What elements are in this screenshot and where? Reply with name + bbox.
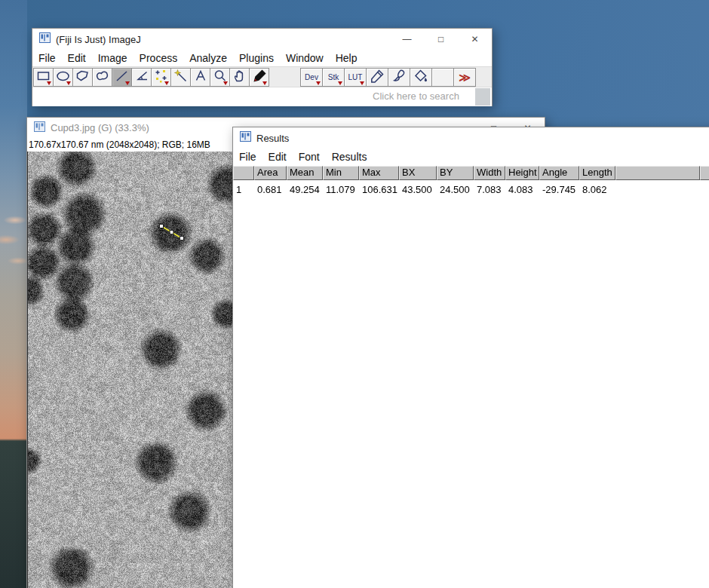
point-tool-button[interactable] [151, 68, 171, 87]
desktop-wallpaper-strip [0, 0, 27, 588]
column-header-bx: BX [399, 166, 437, 180]
lut-tool-icon: LUT [348, 73, 363, 81]
line-tool-button[interactable] [112, 68, 132, 87]
close-button[interactable]: ✕ [458, 29, 492, 50]
wand-tool-icon [173, 68, 189, 87]
dropdown-arrow-icon [66, 81, 71, 85]
pencil-tool-icon [369, 68, 385, 87]
color-picker-tool-button[interactable] [249, 68, 269, 87]
table-cell: 43.500 [399, 180, 437, 200]
imagej-icon [240, 131, 251, 145]
table-cell: 24.500 [437, 180, 474, 200]
table-cell: 49.254 [287, 180, 323, 200]
stk-tool-button[interactable]: Stk [322, 68, 345, 87]
image-window-title: Cupd3.jpg (G) (33.3%) [51, 122, 149, 133]
dropdown-arrow-icon [360, 81, 364, 85]
results-window: Results — FileEditFontResults AreaMeanMi… [232, 127, 709, 588]
angle-tool-button[interactable] [131, 68, 152, 87]
pencil-tool-button[interactable] [366, 68, 388, 87]
results-table-rows: 10.68149.25411.079106.63143.50024.5007.0… [233, 180, 709, 200]
minimize-icon: — [403, 34, 412, 44]
text-tool-button[interactable] [190, 68, 210, 87]
imagej-window-title: (Fiji Is Just) ImageJ [56, 34, 141, 45]
column-header-length: Length [579, 166, 615, 180]
table-cell: -29.745 [539, 180, 579, 200]
zoom-tool-button[interactable] [210, 68, 230, 87]
column-header-min: Min [323, 166, 359, 180]
menu-item-file[interactable]: File [32, 52, 62, 64]
menu-item-help[interactable]: Help [330, 52, 364, 64]
imagej-window-controls: —□✕ [390, 29, 492, 50]
stk-tool-icon: Stk [328, 73, 339, 81]
empty-slot-button[interactable] [431, 68, 454, 87]
table-cell: 4.083 [505, 180, 539, 200]
dropdown-arrow-icon [47, 81, 51, 85]
menu-item-process[interactable]: Process [134, 52, 184, 64]
menu-item-edit[interactable]: Edit [262, 151, 293, 163]
menu-item-analyze[interactable]: Analyze [183, 52, 233, 64]
results-titlebar[interactable]: Results — [233, 127, 709, 149]
search-hint[interactable]: Click here to search [373, 90, 459, 102]
imagej-statusbar: Click here to search [32, 87, 492, 106]
menu-item-font[interactable]: Font [293, 151, 326, 163]
rectangle-tool-button[interactable] [33, 68, 54, 87]
imagej-icon [34, 121, 45, 135]
dropdown-arrow-icon [338, 81, 342, 85]
flood-fill-tool-button[interactable] [410, 68, 432, 87]
toolbar-gap [269, 68, 301, 87]
dev-tool-icon: Dev [305, 73, 318, 81]
results-table-header: AreaMeanMinMaxBXBYWidthHeightAngleLength [233, 166, 709, 180]
imagej-menubar: FileEditImageProcessAnalyzePluginsWindow… [32, 50, 492, 66]
menu-item-image[interactable]: Image [92, 52, 134, 64]
dropdown-arrow-icon [164, 81, 169, 85]
table-cell: 8.062 [579, 180, 615, 200]
flood-fill-tool-icon [413, 68, 429, 87]
paintbrush-tool-icon [391, 68, 407, 87]
imagej-titlebar[interactable]: (Fiji Is Just) ImageJ —□✕ [32, 29, 492, 50]
table-cell: 11.079 [323, 180, 359, 200]
paintbrush-tool-button[interactable] [388, 68, 410, 87]
polygon-tool-button[interactable] [72, 68, 93, 87]
dev-tool-button[interactable]: Dev [300, 68, 323, 87]
column-header-blank [233, 166, 254, 180]
minimize-button[interactable]: — [390, 29, 424, 50]
column-header-area: Area [254, 166, 287, 180]
wand-tool-button[interactable] [170, 68, 191, 87]
column-header-width: Width [474, 166, 505, 180]
angle-tool-icon [134, 68, 150, 87]
polygon-tool-icon [75, 68, 91, 87]
dropdown-arrow-icon [262, 81, 267, 85]
imagej-main-window: (Fiji Is Just) ImageJ —□✕ FileEditImageP… [32, 28, 493, 106]
more-tools-button[interactable]: ≫ [453, 68, 476, 87]
column-header-angle: Angle [539, 166, 579, 180]
column-header-max: Max [359, 166, 399, 180]
column-header-blank [700, 166, 709, 180]
hand-tool-button[interactable] [229, 68, 250, 87]
oval-tool-button[interactable] [53, 68, 73, 87]
table-row[interactable]: 10.68149.25411.079106.63143.50024.5007.0… [233, 180, 709, 200]
table-cell: 7.083 [474, 180, 505, 200]
results-menubar: FileEditFontResults [233, 149, 709, 165]
menu-item-plugins[interactable]: Plugins [233, 52, 280, 64]
column-header-mean: Mean [287, 166, 323, 180]
dropdown-arrow-icon [125, 81, 130, 85]
hand-tool-icon [232, 68, 248, 87]
column-header-height: Height [505, 166, 539, 180]
table-cell: 106.631 [359, 180, 399, 200]
menu-item-results[interactable]: Results [326, 151, 373, 163]
freehand-tool-icon [94, 68, 111, 87]
text-tool-icon [192, 68, 209, 87]
freehand-tool-button[interactable] [92, 68, 112, 87]
table-cell: 1 [233, 180, 254, 200]
more-tools-icon: ≫ [459, 72, 471, 83]
close-icon: ✕ [471, 34, 478, 44]
menu-item-edit[interactable]: Edit [62, 52, 92, 64]
lut-tool-button[interactable]: LUT [344, 68, 367, 87]
table-cell: 0.681 [254, 180, 287, 200]
imagej-icon [39, 32, 51, 46]
maximize-button[interactable]: □ [424, 29, 458, 50]
status-indicator-box [475, 88, 490, 106]
menu-item-file[interactable]: File [233, 151, 262, 163]
dropdown-arrow-icon [316, 81, 321, 85]
menu-item-window[interactable]: Window [280, 52, 330, 64]
